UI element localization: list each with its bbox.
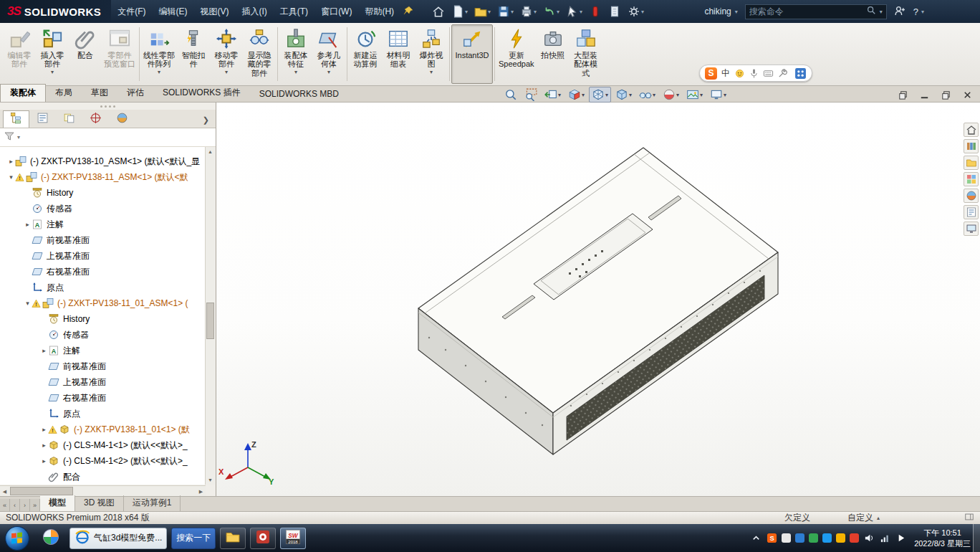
previous-view-icon[interactable]: ▾ [542, 87, 564, 103]
ribbon-exploded-view-button[interactable]: 爆炸视 图▾ [415, 24, 448, 84]
window-maximize-icon[interactable] [937, 88, 954, 102]
tray-app-icon[interactable] [782, 533, 791, 543]
save-icon[interactable]: ▾ [495, 2, 516, 21]
ribbon-show-hidden-button[interactable]: 显示隐 藏的零 部件 [243, 24, 276, 84]
sogou-browser-icon[interactable] [37, 528, 65, 549]
resources-icon[interactable] [964, 123, 979, 137]
scroll-down-icon[interactable]: ▼ [206, 475, 215, 485]
ribbon-update-speedpak-button[interactable]: 更新 Speedpak [496, 24, 537, 84]
tree-item[interactable]: 右视基准面 [0, 264, 205, 280]
sogou-ime-icon[interactable]: S [705, 67, 717, 80]
scroll-up-icon[interactable]: ▲ [206, 147, 215, 156]
sheet-icon[interactable] [606, 2, 623, 21]
tray-app-icon[interactable] [795, 533, 804, 543]
pin-icon[interactable] [403, 5, 415, 18]
menu-view[interactable]: 视图(V) [193, 0, 235, 23]
tree-item[interactable]: ▸(-) CLS-M4-1<1> (默认<<默认>_ [0, 437, 205, 453]
custom-properties-icon[interactable] [964, 205, 979, 219]
folder-icon[interactable] [220, 528, 246, 549]
ribbon-smart-fasteners-button[interactable]: 智能扣 件 [177, 24, 210, 84]
ribbon-insert-component-button[interactable]: 插入零 部件▾ [36, 24, 69, 84]
chevron-down-icon[interactable]: ▾ [17, 134, 20, 141]
appearances-icon[interactable] [964, 189, 979, 203]
ribbon-linear-pattern-button[interactable]: 线性零部 件阵列▾ [141, 24, 177, 84]
tree-item[interactable]: ▸A注解 [0, 343, 205, 358]
select-icon[interactable]: ▾ [564, 2, 585, 21]
tree-expander-icon[interactable]: ▸ [40, 426, 48, 433]
search-icon[interactable] [866, 5, 876, 18]
mic-icon[interactable] [749, 68, 759, 79]
tray-app-icon[interactable] [850, 533, 859, 543]
ribbon-mate-button[interactable]: 配合 [69, 24, 102, 84]
scrollbar-thumb[interactable] [206, 303, 214, 340]
tree-item[interactable]: 上视基准面 [0, 248, 205, 264]
grid-icon[interactable] [794, 67, 807, 80]
tab-addins[interactable]: SOLIDWORKS 插件 [153, 85, 250, 102]
doc-tab[interactable]: 运动算例1 [124, 495, 181, 511]
tree-item[interactable]: ▸A注解 [0, 216, 205, 232]
ime-mode-label[interactable]: 中 [721, 67, 730, 80]
tray-play-icon[interactable] [895, 533, 906, 544]
settings-icon[interactable]: ▾ [625, 2, 646, 21]
zoom-area-icon[interactable] [522, 87, 540, 103]
show-desktop-button[interactable] [973, 524, 980, 552]
tab-layout[interactable]: 布局 [46, 85, 82, 102]
doc-nav-icon-1[interactable]: ‹ [10, 499, 20, 511]
scroll-right-icon[interactable]: ▶ [196, 487, 206, 496]
menu-help[interactable]: 帮助(H) [358, 0, 400, 23]
tree-expander-icon[interactable]: ▾ [7, 173, 15, 181]
tree-expander-icon[interactable]: ▸ [7, 158, 15, 165]
tree-item[interactable]: History [0, 311, 205, 327]
view-palette-icon[interactable] [964, 172, 979, 186]
ie-icon[interactable]: 气缸3d模型免费... [69, 528, 167, 549]
menu-edit[interactable]: 编辑(E) [152, 0, 193, 23]
tab-evaluate[interactable]: 评估 [117, 85, 153, 102]
scroll-left-icon[interactable]: ◀ [0, 487, 9, 496]
sogou-ime-icon[interactable]: S [766, 533, 777, 544]
menu-insert[interactable]: 插入(I) [235, 0, 273, 23]
add-user-icon[interactable] [894, 4, 906, 19]
tab-mbd[interactable]: SOLIDWORKS MBD [250, 87, 348, 102]
chevron-down-icon[interactable]: ▾ [880, 9, 883, 15]
command-search[interactable]: ▾ [745, 4, 887, 19]
display-style-icon[interactable]: ▾ [612, 87, 635, 103]
ribbon-move-component-button[interactable]: 移动零 部件▾ [210, 24, 243, 84]
tray-app-icon[interactable] [809, 533, 818, 543]
menu-file[interactable]: 文件(F) [111, 0, 152, 23]
tree-expander-icon[interactable]: ▸ [40, 442, 48, 449]
tree-item[interactable]: 上视基准面 [0, 374, 205, 390]
doc-nav-icon-2[interactable]: › [20, 499, 30, 511]
taskbar-clock[interactable]: 下午 10:512022/8/3 星期三 [914, 528, 971, 549]
open-icon[interactable]: ▾ [472, 2, 493, 21]
help-menu[interactable]: ?▾ [913, 6, 924, 17]
tree-item[interactable]: 原点 [0, 406, 205, 422]
tree-item[interactable]: 前视基准面 [0, 232, 205, 248]
window-minimize-icon[interactable] [916, 88, 933, 102]
ribbon-large-assembly-mode-button[interactable]: 大型装 配体模 式 [570, 24, 602, 84]
ribbon-assembly-features-button[interactable]: 装配体 特征▾ [279, 24, 312, 84]
3d-scene[interactable]: Z X Y [216, 103, 980, 496]
menu-window[interactable]: 窗口(W) [314, 0, 358, 23]
design-library-icon[interactable] [964, 139, 979, 153]
view-settings-icon[interactable]: ▾ [707, 87, 729, 103]
tray-chevron-icon[interactable] [750, 533, 762, 544]
displaymanager-tab[interactable] [109, 110, 135, 128]
doc-tab[interactable]: 模型 [40, 495, 75, 511]
tree-expander-icon[interactable]: ▸ [40, 347, 48, 354]
filter-icon[interactable] [4, 130, 15, 145]
featuremanager-tab[interactable] [3, 110, 29, 128]
tree-item[interactable]: 原点 [0, 280, 205, 295]
statusbar-pane-icon[interactable] [964, 512, 974, 524]
baidu-search-button[interactable]: 搜索一下 [171, 528, 216, 549]
tree-item[interactable]: ▾!(-) ZXKT-PV138-11_ASM<1> (默认<默 [0, 169, 205, 185]
apply-scene-icon[interactable]: ▾ [683, 87, 706, 103]
resource-monitor-icon[interactable] [587, 2, 604, 21]
undo-icon[interactable]: ▾ [541, 2, 562, 21]
tree-item[interactable]: History [0, 185, 205, 201]
zoom-fit-icon[interactable] [501, 87, 520, 103]
ribbon-reference-geometry-button[interactable]: 参考几 何体▾ [312, 24, 345, 84]
print-icon[interactable]: ▾ [518, 2, 539, 21]
tree-expander-icon[interactable]: ▾ [24, 300, 32, 307]
tree-item[interactable]: ▸(-) ZXKT-PV138-10_ASM<1> (默认<默认_显 [0, 153, 205, 169]
ribbon-edit-component-button[interactable]: 编辑零 部件 [3, 24, 36, 84]
